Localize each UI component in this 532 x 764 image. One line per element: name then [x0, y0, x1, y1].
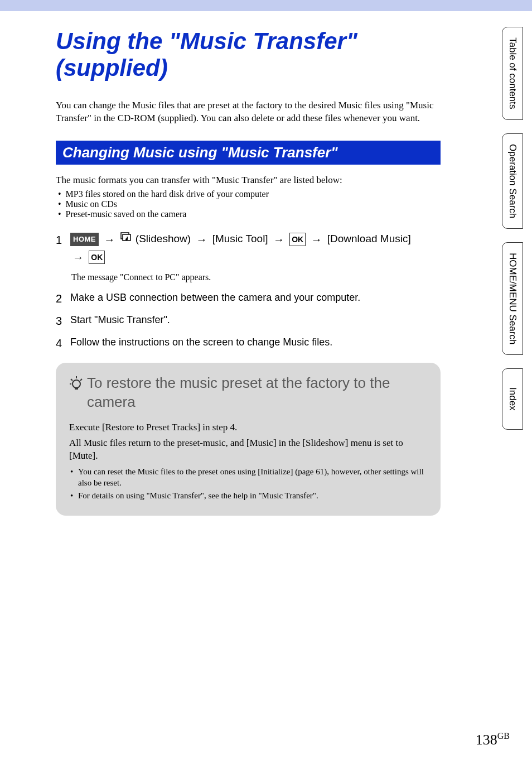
tip-lightbulb-icon [69, 376, 84, 397]
tip-body: Execute [Restore to Preset Tracks] in st… [69, 421, 427, 501]
music-tool-label: [Music Tool] [212, 233, 268, 244]
tab-home-menu-search[interactable]: HOME/MENU Search [502, 242, 523, 355]
list-item: MP3 files stored on the hard disk drive … [58, 189, 441, 199]
list-item: Preset-music saved on the camera [58, 209, 441, 219]
home-badge-icon: HOME [70, 233, 99, 247]
arrow-icon: → [273, 233, 284, 246]
ok-icon: OK [289, 233, 306, 246]
formats-list: MP3 files stored on the hard disk drive … [58, 189, 441, 219]
step-2: 2 Make a USB connection between the came… [56, 289, 441, 308]
steps-list: 1 HOME → (Slideshow) → [Music Tool] → OK… [56, 230, 441, 353]
tip-p2: All Music files return to the preset-mus… [69, 436, 427, 463]
page-title: Using the "Music Transfer" (supplied) [56, 28, 441, 82]
list-item: Music on CDs [58, 199, 441, 209]
list-item: For details on using "Music Transfer", s… [69, 490, 427, 501]
step-3: 3 Start "Music Transfer". [56, 311, 441, 330]
page-number-suffix: GB [497, 731, 510, 741]
tip-p1: Execute [Restore to Preset Tracks] in st… [69, 421, 427, 434]
tip-box: To restore the music preset at the facto… [56, 363, 441, 516]
step-number: 1 [56, 230, 65, 249]
svg-line-5 [71, 379, 72, 381]
step-1-message: The message "Connect to PC" appears. [71, 270, 441, 285]
svg-line-6 [80, 379, 82, 381]
step-1-content: HOME → (Slideshow) → [Music Tool] → OK →… [70, 230, 441, 266]
arrow-icon: → [104, 233, 115, 246]
arrow-icon: → [196, 233, 207, 246]
slideshow-label: (Slideshow) [136, 233, 191, 244]
tip-bullet-list: You can reset the Music files to the pre… [69, 466, 427, 501]
step-number: 2 [56, 289, 65, 308]
step-3-text: Start "Music Transfer". [70, 311, 441, 329]
tab-table-of-contents[interactable]: Table of contents [502, 27, 523, 120]
step-number: 4 [56, 334, 65, 353]
top-accent-bar [0, 0, 532, 11]
step-2-text: Make a USB connection between the camera… [70, 289, 441, 306]
main-content: Using the "Music Transfer" (supplied) Yo… [0, 11, 468, 532]
formats-intro: The music formats you can transfer with … [56, 174, 441, 187]
svg-point-2 [72, 380, 80, 388]
page-number-value: 138 [476, 732, 497, 748]
step-number: 3 [56, 311, 65, 330]
ok-icon: OK [89, 251, 105, 264]
arrow-icon: → [311, 233, 322, 246]
side-tabs: Table of contents Operation Search HOME/… [502, 27, 523, 430]
list-item: You can reset the Music files to the pre… [69, 466, 427, 489]
download-music-label: [Download Music] [327, 233, 411, 244]
step-1: 1 HOME → (Slideshow) → [Music Tool] → OK… [56, 230, 441, 266]
tip-title: To restore the music preset at the facto… [87, 374, 427, 412]
tip-title-row: To restore the music preset at the facto… [69, 374, 427, 412]
tab-index[interactable]: Index [502, 368, 523, 430]
step-4-text: Follow the instructions on the screen to… [70, 334, 441, 351]
step-4: 4 Follow the instructions on the screen … [56, 334, 441, 353]
page-number: 138GB [476, 731, 510, 748]
intro-paragraph: You can change the Music files that are … [56, 99, 441, 126]
arrow-icon: → [72, 251, 84, 263]
slideshow-icon [120, 231, 133, 248]
section-heading: Changing Music using "Music Transfer" [56, 141, 441, 165]
svg-rect-3 [75, 387, 78, 390]
tab-operation-search[interactable]: Operation Search [502, 133, 523, 229]
